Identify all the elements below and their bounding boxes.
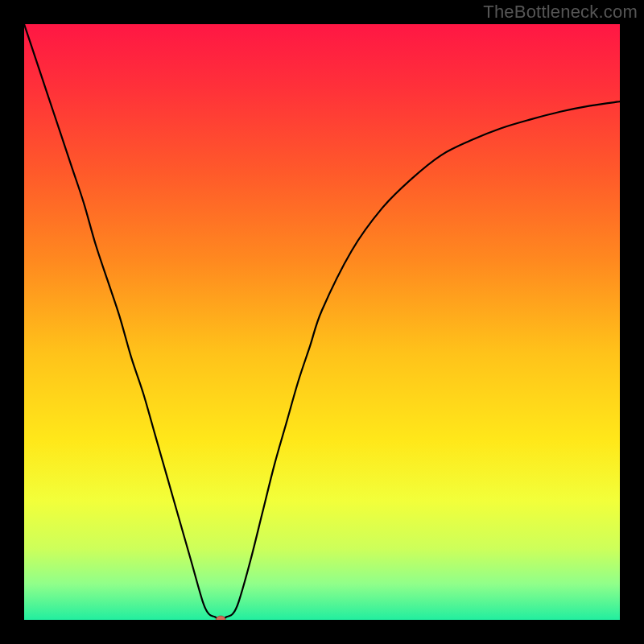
- bottleneck-chart: [24, 24, 620, 620]
- chart-container: TheBottleneck.com: [0, 0, 644, 644]
- watermark-text: TheBottleneck.com: [483, 2, 638, 23]
- plot-area: [24, 24, 620, 620]
- gradient-background: [24, 24, 620, 620]
